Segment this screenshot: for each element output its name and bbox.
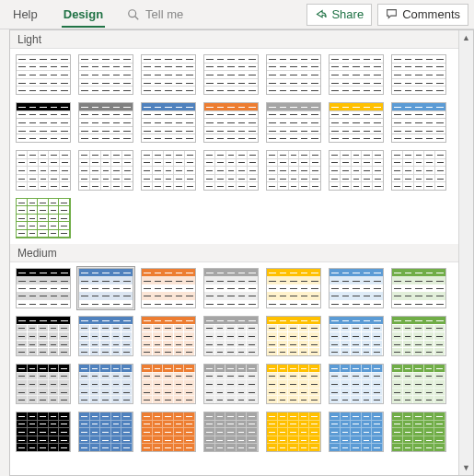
table-style-swatch[interactable] xyxy=(389,100,448,145)
table-style-swatch[interactable] xyxy=(264,362,323,406)
table-style-swatch[interactable] xyxy=(389,52,448,97)
table-style-swatch[interactable] xyxy=(14,266,73,310)
svg-point-0 xyxy=(129,9,136,17)
table-style-swatch[interactable] xyxy=(139,52,198,97)
gallery-scrollbar[interactable]: ▲ ▼ xyxy=(458,30,473,475)
table-style-swatch[interactable] xyxy=(264,100,323,145)
tab-help[interactable]: Help xyxy=(0,0,51,29)
comments-label: Comments xyxy=(402,7,460,21)
style-grid-medium xyxy=(10,262,458,458)
section-header-light: Light xyxy=(10,30,458,49)
share-icon xyxy=(315,8,327,20)
table-style-swatch[interactable] xyxy=(14,148,73,192)
table-style-swatch[interactable] xyxy=(76,314,135,358)
table-style-swatch[interactable] xyxy=(14,52,73,97)
table-style-swatch[interactable] xyxy=(327,100,386,145)
table-style-swatch[interactable] xyxy=(264,314,323,358)
table-style-swatch[interactable] xyxy=(76,100,135,145)
svg-line-1 xyxy=(135,16,139,19)
table-style-swatch[interactable] xyxy=(202,314,260,358)
table-style-swatch[interactable] xyxy=(264,148,323,192)
table-style-swatch[interactable] xyxy=(139,148,198,192)
table-style-swatch[interactable] xyxy=(389,148,448,192)
scroll-track[interactable] xyxy=(459,45,473,460)
table-style-swatch[interactable] xyxy=(202,362,260,406)
table-style-swatch[interactable] xyxy=(389,410,448,454)
comment-icon xyxy=(386,8,398,20)
tab-design[interactable]: Design xyxy=(51,0,116,29)
table-style-swatch[interactable] xyxy=(327,410,386,454)
table-style-swatch[interactable] xyxy=(14,100,73,145)
table-style-swatch[interactable] xyxy=(389,362,448,406)
table-style-swatch[interactable] xyxy=(139,100,198,145)
table-style-swatch[interactable] xyxy=(202,148,260,192)
scroll-up-button[interactable]: ▲ xyxy=(459,30,473,45)
share-button[interactable]: Share xyxy=(306,4,372,26)
table-style-swatch[interactable] xyxy=(139,266,198,310)
table-style-swatch[interactable] xyxy=(327,52,386,97)
table-style-swatch[interactable] xyxy=(264,410,323,454)
table-style-swatch[interactable] xyxy=(139,362,198,406)
table-style-swatch[interactable] xyxy=(389,314,448,358)
ribbon-tabs: Help Design Tell me Share Comments xyxy=(0,0,474,29)
table-style-swatch[interactable] xyxy=(76,362,135,406)
table-style-swatch[interactable] xyxy=(139,314,198,358)
table-style-swatch[interactable] xyxy=(264,52,323,97)
table-style-swatch[interactable] xyxy=(202,52,260,97)
search-icon xyxy=(127,8,140,21)
table-style-swatch[interactable] xyxy=(202,266,260,310)
table-style-swatch[interactable] xyxy=(76,148,135,192)
table-style-swatch[interactable] xyxy=(389,266,448,310)
comments-button[interactable]: Comments xyxy=(377,4,468,26)
tell-me-placeholder: Tell me xyxy=(145,7,183,21)
table-style-swatch[interactable] xyxy=(76,410,135,454)
table-style-swatch[interactable] xyxy=(327,148,386,192)
table-style-swatch[interactable] xyxy=(327,314,386,358)
table-style-swatch[interactable] xyxy=(139,410,198,454)
table-style-swatch[interactable] xyxy=(14,410,73,454)
table-styles-gallery: LightMedium ▲ ▼ xyxy=(9,29,474,476)
table-style-swatch[interactable] xyxy=(202,410,260,454)
table-style-swatch[interactable] xyxy=(76,52,135,97)
table-style-swatch[interactable] xyxy=(327,362,386,406)
table-style-swatch[interactable] xyxy=(14,362,73,406)
table-style-swatch[interactable] xyxy=(76,266,135,310)
tell-me-search[interactable]: Tell me xyxy=(116,7,194,21)
table-style-swatch[interactable] xyxy=(14,314,73,358)
share-label: Share xyxy=(331,7,364,21)
table-style-swatch[interactable] xyxy=(14,196,73,240)
section-header-medium: Medium xyxy=(10,244,458,262)
table-style-swatch[interactable] xyxy=(264,266,323,310)
style-grid-light xyxy=(10,49,458,244)
table-style-swatch[interactable] xyxy=(327,266,386,310)
table-style-swatch[interactable] xyxy=(202,100,260,145)
scroll-down-button[interactable]: ▼ xyxy=(459,460,473,475)
